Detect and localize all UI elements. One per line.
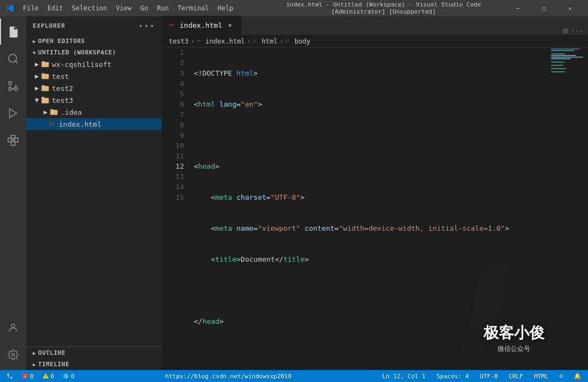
svg-text:⬡: ⬡ bbox=[253, 39, 256, 42]
info-status[interactable]: i 0 bbox=[60, 370, 77, 382]
svg-point-10 bbox=[11, 324, 15, 328]
tree-item-indexhtml[interactable]: {} index.html bbox=[26, 118, 162, 130]
folder-chevron-icon5: ▶ bbox=[44, 108, 47, 116]
split-editor-icon[interactable]: ⊟ bbox=[564, 27, 568, 35]
feedback-status[interactable]: ☺ bbox=[557, 370, 565, 382]
menu-selection[interactable]: Selection bbox=[68, 3, 112, 13]
close-button[interactable]: ✕ bbox=[558, 0, 583, 16]
svg-point-3 bbox=[9, 82, 12, 85]
breadcrumb-html[interactable]: html bbox=[262, 38, 278, 45]
vscode-icon bbox=[5, 4, 14, 13]
status-url: https://blog.csdn.net/windowsxp2018 bbox=[77, 373, 380, 380]
error-status[interactable]: ✕ 0 bbox=[20, 370, 36, 382]
svg-text:!: ! bbox=[45, 374, 47, 378]
breadcrumb-html-icon: <> bbox=[197, 38, 203, 45]
breadcrumb: test3 › <> index.html › ⬡ html › ⬡ body bbox=[162, 35, 588, 47]
editor-actions: ⊟ ··· bbox=[559, 27, 588, 35]
code-line-3 bbox=[194, 130, 550, 140]
svg-line-1 bbox=[15, 61, 17, 63]
tab-indexhtml[interactable]: <> index.html ✕ bbox=[162, 16, 241, 35]
breadcrumb-test3[interactable]: test3 bbox=[169, 38, 188, 45]
line-ending-status[interactable]: CRLF bbox=[506, 370, 525, 382]
account-activity-icon[interactable] bbox=[0, 315, 26, 341]
error-icon: ✕ bbox=[22, 373, 28, 379]
breadcrumb-file[interactable]: index.html bbox=[205, 38, 244, 45]
menu-run[interactable]: Run bbox=[152, 3, 173, 13]
svg-marker-5 bbox=[10, 109, 17, 118]
cursor-position[interactable]: Ln 12, Col 1 bbox=[380, 370, 427, 382]
svg-text:⬡: ⬡ bbox=[286, 39, 289, 42]
workspace-header[interactable]: ▼ UNTITLED (WORKSPACE) bbox=[26, 47, 162, 58]
open-editors-header[interactable]: ▶ OPEN EDITORS bbox=[26, 35, 162, 47]
open-editors-label: OPEN EDITORS bbox=[38, 38, 85, 45]
indentation-status[interactable]: Spaces: 4 bbox=[434, 370, 471, 382]
tree-item-test3[interactable]: ▼ test3 bbox=[26, 94, 162, 106]
bell-icon: 🔔 bbox=[574, 373, 581, 380]
extensions-activity-icon[interactable] bbox=[0, 127, 26, 153]
outline-label: OUTLINE bbox=[38, 349, 65, 356]
editor-area: <> index.html ✕ ⊟ ··· test3 › <> index.h… bbox=[162, 16, 588, 370]
menu-view[interactable]: View bbox=[112, 3, 136, 13]
branch-icon bbox=[7, 373, 13, 379]
main-layout: EXPLORER ··· ▶ OPEN EDITORS ▼ UNTITLED (… bbox=[0, 16, 588, 370]
code-line-6: <meta name="viewport" content="width=dev… bbox=[194, 223, 550, 233]
code-line-10 bbox=[194, 347, 550, 358]
tree-item-idea[interactable]: ▶ .idea bbox=[26, 106, 162, 118]
folder-icon3 bbox=[41, 84, 50, 93]
code-line-7: <title>Document</title> bbox=[194, 254, 550, 264]
timeline-panel-header[interactable]: ▶ TIMELINE bbox=[26, 359, 162, 370]
info-icon: i bbox=[63, 373, 69, 379]
tree-item-wx[interactable]: ▶ wx-cqshilisoft bbox=[26, 58, 162, 70]
explorer-title: EXPLORER bbox=[33, 22, 65, 29]
source-control-activity-icon[interactable] bbox=[0, 73, 26, 99]
folder-chevron-icon: ▶ bbox=[35, 60, 39, 68]
sidebar-more-icon[interactable]: ··· bbox=[138, 21, 155, 31]
minimap-content bbox=[550, 47, 588, 74]
tree-item-test[interactable]: ▶ test bbox=[26, 70, 162, 82]
outline-panel-header[interactable]: ▶ OUTLINE bbox=[26, 347, 162, 359]
status-bar-right: Ln 12, Col 1 Spaces: 4 UTF-8 CRLF HTML ☺… bbox=[380, 370, 584, 382]
warning-status[interactable]: ! 0 bbox=[40, 370, 57, 382]
minimize-button[interactable]: ─ bbox=[505, 0, 530, 16]
code-editor[interactable]: 1 2 3 4 5 6 7 8 9 10 11 12 13 14 15 <!DO… bbox=[162, 47, 588, 370]
svg-point-0 bbox=[9, 54, 17, 63]
menu-edit[interactable]: Edit bbox=[43, 3, 68, 13]
search-activity-icon[interactable] bbox=[0, 46, 26, 72]
tab-close-button[interactable]: ✕ bbox=[225, 21, 234, 30]
code-content[interactable]: <!DOCTYPE html> <html lang="en"> <head> … bbox=[189, 47, 550, 370]
tree-label-test3: test3 bbox=[52, 96, 73, 104]
menu-file[interactable]: File bbox=[19, 3, 43, 13]
code-line-2: <html lang="en"> bbox=[194, 99, 550, 109]
menu-bar: File Edit Selection View Go Run Terminal… bbox=[19, 3, 262, 13]
folder-icon2 bbox=[41, 72, 50, 81]
source-control-status[interactable] bbox=[4, 370, 15, 382]
more-actions-icon[interactable]: ··· bbox=[571, 27, 584, 35]
svg-point-4 bbox=[9, 88, 12, 91]
tree-label-indexhtml: index.html bbox=[59, 120, 101, 128]
tree-item-test2[interactable]: ▶ test2 bbox=[26, 82, 162, 94]
warning-count: 0 bbox=[51, 373, 54, 380]
folder-chevron-icon2: ▶ bbox=[35, 72, 39, 80]
svg-text:{}: {} bbox=[48, 121, 54, 127]
svg-point-22 bbox=[8, 374, 9, 375]
language-status[interactable]: HTML bbox=[532, 370, 551, 382]
maximize-button[interactable]: □ bbox=[531, 0, 556, 16]
settings-activity-icon[interactable] bbox=[0, 342, 26, 368]
menu-go[interactable]: Go bbox=[136, 3, 152, 13]
encoding-status[interactable]: UTF-8 bbox=[477, 370, 500, 382]
status-bar-left: ✕ 0 ! 0 i 0 bbox=[4, 370, 77, 382]
menu-terminal[interactable]: Terminal bbox=[173, 3, 213, 13]
tree-label-wx: wx-cqshilisoft bbox=[52, 60, 112, 69]
menu-help[interactable]: Help bbox=[213, 3, 238, 13]
window-title: index.html - Untitled (Workspace) - Visu… bbox=[262, 1, 505, 15]
code-line-1: <!DOCTYPE html> bbox=[194, 68, 550, 78]
error-count: 0 bbox=[30, 373, 34, 380]
breadcrumb-body[interactable]: body bbox=[295, 38, 310, 45]
folder-icon5 bbox=[50, 108, 58, 116]
tab-label-indexhtml: index.html bbox=[180, 21, 222, 29]
status-url-text: https://blog.csdn.net/windowsxp2018 bbox=[166, 373, 292, 380]
notification-status[interactable]: 🔔 bbox=[572, 370, 584, 382]
activity-bar bbox=[0, 16, 26, 370]
explorer-activity-icon[interactable] bbox=[0, 19, 26, 45]
run-activity-icon[interactable] bbox=[0, 100, 26, 126]
